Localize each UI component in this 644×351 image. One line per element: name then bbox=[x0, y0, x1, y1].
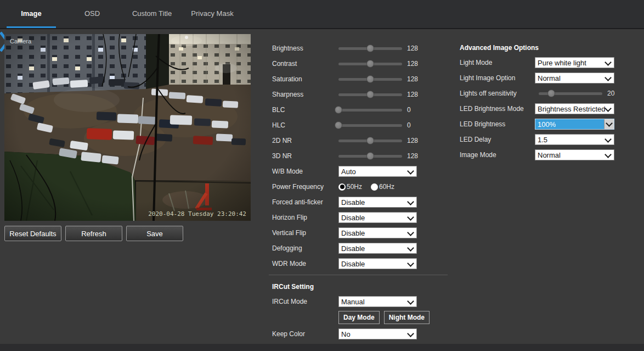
led-brightness-mode-select[interactable]: Brightness Restricted bbox=[535, 103, 614, 114]
ircut-mode-select[interactable]: Manual bbox=[338, 296, 417, 307]
wb-mode-select[interactable]: Auto bbox=[338, 166, 417, 177]
action-button-row: Reset Defaults Refresh Save bbox=[4, 226, 183, 241]
select-arrow-box[interactable] bbox=[604, 119, 614, 129]
brightness-value: 128 bbox=[407, 44, 418, 52]
blc-row: BLC 0 bbox=[272, 102, 454, 118]
slider-thumb[interactable] bbox=[366, 44, 374, 52]
brightness-label: Brightness bbox=[272, 44, 338, 52]
wb-mode-row: W/B Mode Auto bbox=[272, 164, 454, 179]
light-mode-row: Light Mode Pure white light bbox=[460, 55, 642, 70]
ircut-mode-row: IRCut Mode Manual bbox=[272, 294, 454, 309]
anti-flicker-row: Forced anti-ficker Disable bbox=[272, 194, 454, 210]
slider-thumb[interactable] bbox=[366, 137, 374, 144]
contrast-slider[interactable] bbox=[338, 60, 402, 68]
blc-slider[interactable] bbox=[338, 106, 402, 114]
wb-mode-label: W/B Mode bbox=[272, 168, 338, 175]
light-mode-select[interactable]: Pure white light bbox=[535, 57, 614, 68]
hlc-row: HLC 0 bbox=[272, 118, 454, 133]
defogging-select[interactable]: Disable bbox=[338, 243, 417, 254]
led-delay-select[interactable]: 1.5 bbox=[535, 134, 614, 145]
vertical-flip-row: Vertical Flip Disable bbox=[272, 225, 454, 241]
slider-thumb[interactable] bbox=[547, 90, 555, 97]
slider-thumb[interactable] bbox=[366, 91, 374, 98]
radio-60hz-label: 60Hz bbox=[379, 183, 394, 191]
day-mode-button[interactable]: Day Mode bbox=[338, 311, 380, 324]
defogging-label: Defogging bbox=[272, 244, 338, 252]
led-delay-row: LED Delay 1.5 bbox=[460, 132, 642, 147]
slider-thumb[interactable] bbox=[366, 75, 374, 83]
slider-thumb[interactable] bbox=[335, 121, 342, 129]
camera-name-overlay: Camera bbox=[10, 38, 32, 44]
chevron-down-icon bbox=[605, 136, 612, 143]
keep-color-label: Keep Color bbox=[272, 330, 338, 338]
lights-off-sensitivity-slider[interactable] bbox=[539, 90, 602, 97]
lights-off-sensitivity-value: 20 bbox=[607, 90, 614, 97]
reset-defaults-button[interactable]: Reset Defaults bbox=[4, 226, 61, 241]
radio-50hz[interactable] bbox=[338, 183, 346, 191]
tab-osd[interactable]: OSD bbox=[65, 0, 120, 27]
ircut-mode-buttons-row: Day Mode Night Mode bbox=[272, 309, 454, 325]
horizon-flip-row: Horizon Flip Disable bbox=[272, 210, 454, 225]
brightness-slider[interactable] bbox=[338, 44, 402, 52]
slider-thumb[interactable] bbox=[335, 106, 342, 114]
night-mode-button[interactable]: Night Mode bbox=[384, 311, 430, 324]
power-frequency-row: Power Frequency 50Hz 60Hz bbox=[272, 179, 454, 194]
saturation-label: Saturation bbox=[272, 75, 338, 83]
contrast-label: Contrast bbox=[272, 60, 338, 68]
sharpness-label: Sharpness bbox=[272, 91, 338, 98]
nr3d-row: 3D NR 128 bbox=[272, 148, 454, 164]
hlc-slider[interactable] bbox=[338, 121, 402, 129]
light-image-option-label: Light Image Option bbox=[460, 74, 535, 82]
led-brightness-select[interactable]: 100% bbox=[535, 119, 614, 130]
vertical-flip-label: Vertical Flip bbox=[272, 229, 338, 237]
chevron-down-icon bbox=[407, 168, 414, 175]
anti-flicker-label: Forced anti-ficker bbox=[272, 198, 338, 206]
led-delay-label: LED Delay bbox=[460, 136, 535, 143]
refresh-button[interactable]: Refresh bbox=[65, 226, 122, 241]
timestamp-overlay: 2020-04-28 Tuesday 23:20:42 bbox=[148, 210, 246, 218]
image-mode-select[interactable]: Normal bbox=[535, 149, 614, 160]
slider-thumb[interactable] bbox=[366, 60, 374, 68]
saturation-slider[interactable] bbox=[338, 75, 402, 83]
power-frequency-label: Power Frequency bbox=[272, 183, 338, 191]
led-brightness-row: LED Brightness 100% bbox=[460, 116, 642, 132]
tab-custom-title[interactable]: Custom Title bbox=[125, 0, 179, 27]
tab-privacy-mask[interactable]: Privacy Mask bbox=[185, 0, 240, 27]
save-button[interactable]: Save bbox=[126, 226, 183, 241]
nr2d-row: 2D NR 128 bbox=[272, 133, 454, 148]
image-settings-column: Brightness 128 Contrast 128 Saturation 1… bbox=[272, 41, 454, 342]
sharpness-row: Sharpness 128 bbox=[272, 87, 454, 102]
led-brightness-mode-row: LED Brightness Mode Brightness Restricte… bbox=[460, 101, 642, 116]
wdr-mode-select[interactable]: Disable bbox=[338, 258, 417, 269]
vertical-flip-select[interactable]: Disable bbox=[338, 227, 417, 238]
chevron-down-icon bbox=[605, 74, 612, 81]
sharpness-slider[interactable] bbox=[338, 91, 402, 98]
chevron-down-icon bbox=[606, 120, 613, 127]
nr3d-slider[interactable] bbox=[338, 152, 402, 160]
horizon-flip-select[interactable]: Disable bbox=[338, 212, 417, 223]
nr2d-value: 128 bbox=[407, 137, 418, 144]
top-tab-bar: Image OSD Custom Title Privacy Mask bbox=[0, 0, 644, 29]
bottom-edge-strip bbox=[0, 344, 644, 351]
wdr-mode-label: WDR Mode bbox=[272, 260, 338, 268]
light-image-option-select[interactable]: Normal bbox=[535, 73, 614, 83]
advanced-options-column: Advanced Image Options Light Mode Pure w… bbox=[460, 41, 642, 163]
chevron-down-icon bbox=[407, 244, 414, 252]
anti-flicker-select[interactable]: Disable bbox=[338, 197, 417, 208]
light-image-option-row: Light Image Option Normal bbox=[460, 70, 642, 86]
nr2d-slider[interactable] bbox=[338, 137, 402, 144]
advanced-section-title: Advanced Image Options bbox=[460, 41, 642, 55]
keep-color-select[interactable]: No bbox=[338, 328, 417, 339]
slider-thumb[interactable] bbox=[366, 152, 374, 160]
brightness-row: Brightness 128 bbox=[272, 41, 454, 56]
contrast-value: 128 bbox=[407, 60, 418, 68]
nr3d-value: 128 bbox=[407, 152, 418, 160]
radio-60hz[interactable] bbox=[371, 183, 378, 191]
chevron-down-icon bbox=[407, 260, 414, 267]
saturation-row: Saturation 128 bbox=[272, 71, 454, 87]
image-mode-row: Image Mode Normal bbox=[460, 147, 642, 163]
tab-image[interactable]: Image bbox=[7, 0, 56, 27]
keep-color-row: Keep Color No bbox=[272, 326, 454, 342]
led-brightness-mode-label: LED Brightness Mode bbox=[460, 105, 535, 113]
saturation-value: 128 bbox=[407, 75, 418, 83]
